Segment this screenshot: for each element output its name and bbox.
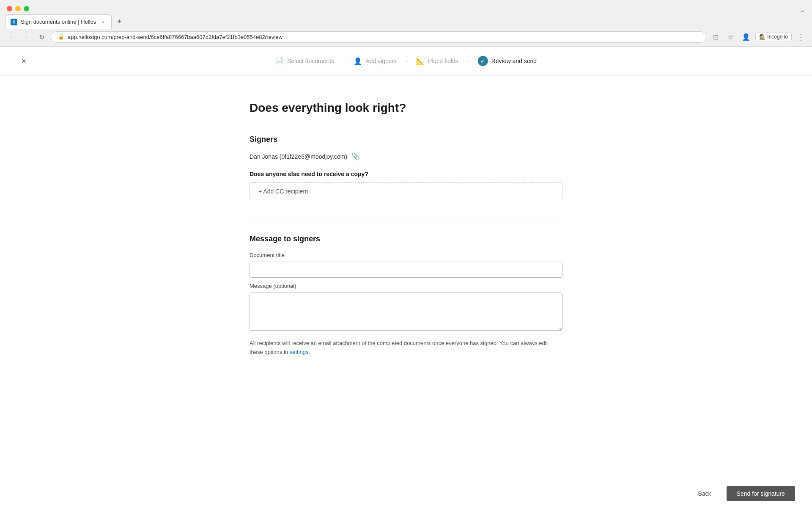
browser-chrome: ⌄ H Sign documents online | Hellos × + ‹… <box>0 0 812 47</box>
traffic-light-red[interactable] <box>7 6 12 11</box>
traffic-light-yellow[interactable] <box>15 6 21 11</box>
step-review-and-send-check-icon: ✓ <box>478 56 488 66</box>
message-section-title: Message to signers <box>250 235 562 243</box>
active-tab[interactable]: H Sign documents online | Hellos × <box>5 14 112 29</box>
expand-button[interactable]: ⌄ <box>800 6 805 14</box>
step-select-documents-label: Select documents <box>287 58 334 64</box>
step-select-documents-icon: 📄 <box>275 57 284 65</box>
browser-actions: ⊡ ☆ 👤 🕵 Incognito ⋮ <box>710 31 807 43</box>
step-place-fields-label: Place fields <box>428 58 458 64</box>
forward-nav-button[interactable]: › <box>20 31 32 43</box>
step-review-and-send-label: Review and send <box>491 58 537 64</box>
main-content: Does everything look right? Signers Dan … <box>233 76 579 428</box>
page-title: Does everything look right? <box>250 101 562 115</box>
step-place-fields-icon: 📐 <box>416 57 425 65</box>
signers-section-title: Signers <box>250 135 562 144</box>
profile-button[interactable]: 👤 <box>740 31 752 43</box>
info-text-2: . <box>309 349 310 355</box>
back-button[interactable]: Back <box>689 486 719 501</box>
document-title-label: Document title <box>250 252 562 258</box>
message-input[interactable] <box>250 293 562 331</box>
step-add-signers[interactable]: 👤 Add signers <box>348 54 402 69</box>
signer-name: Dan Jonas (0f1f22e5@moodjoy.com) <box>250 153 347 160</box>
send-for-signature-button[interactable]: Send for signature <box>727 486 795 501</box>
lock-icon: 🔒 <box>58 34 64 40</box>
arrow-3: → <box>465 58 471 64</box>
bookmark-button[interactable]: ☆ <box>725 31 737 43</box>
settings-link[interactable]: settings <box>290 349 309 355</box>
message-section: Message to signers Document title Messag… <box>250 235 562 357</box>
tab-bar: H Sign documents online | Hellos × + <box>0 14 812 29</box>
step-add-signers-icon: 👤 <box>354 57 362 65</box>
traffic-light-green[interactable] <box>24 6 29 11</box>
incognito-badge: 🕵 Incognito <box>755 33 792 41</box>
document-title-input[interactable] <box>250 262 562 278</box>
cast-button[interactable]: ⊡ <box>710 31 721 43</box>
incognito-icon: 🕵 <box>759 34 765 40</box>
tab-close-button[interactable]: × <box>99 19 106 25</box>
tab-favicon: H <box>11 19 17 25</box>
bottom-bar: Back Send for signature <box>0 479 812 508</box>
arrow-1: → <box>341 58 347 64</box>
step-add-signers-label: Add signers <box>365 58 397 64</box>
new-tab-button[interactable]: + <box>113 16 125 28</box>
step-review-and-send[interactable]: ✓ Review and send <box>473 52 542 69</box>
tab-title: Sign documents online | Hellos <box>21 19 96 25</box>
message-label: Message (optional) <box>250 283 562 289</box>
svg-text:H: H <box>12 20 15 25</box>
signer-row: Dan Jonas (0f1f22e5@moodjoy.com) 📎 <box>250 152 562 160</box>
back-nav-button[interactable]: ‹ <box>5 31 17 43</box>
url-text: app.hellosign.com/prep-and-send/6ce6ffa8… <box>68 34 699 40</box>
reload-button[interactable]: ↻ <box>36 31 47 43</box>
add-cc-recipient-button[interactable]: + Add CC recipient <box>250 182 562 200</box>
info-text: All recipients will receive an email att… <box>250 339 562 357</box>
app-container: × 📄 Select documents → 👤 Add signers → 📐… <box>0 47 812 508</box>
cc-add-text: + Add CC recipient <box>258 188 308 195</box>
step-place-fields[interactable]: 📐 Place fields <box>411 54 464 69</box>
nav-steps: 📄 Select documents → 👤 Add signers → 📐 P… <box>270 52 542 69</box>
section-divider <box>250 221 562 221</box>
traffic-lights: ⌄ <box>0 0 812 14</box>
app-nav: × 📄 Select documents → 👤 Add signers → 📐… <box>0 47 812 76</box>
step-select-documents[interactable]: 📄 Select documents <box>270 54 339 69</box>
browser-menu-button[interactable]: ⋮ <box>795 32 807 42</box>
incognito-label: Incognito <box>767 34 788 40</box>
address-bar[interactable]: 🔒 app.hellosign.com/prep-and-send/6ce6ff… <box>51 31 706 43</box>
attachment-icon: 📎 <box>351 152 360 160</box>
close-button[interactable]: × <box>17 54 30 68</box>
signers-section: Signers Dan Jonas (0f1f22e5@moodjoy.com)… <box>250 135 562 200</box>
address-bar-row: ‹ › ↻ 🔒 app.hellosign.com/prep-and-send/… <box>0 29 812 46</box>
arrow-2: → <box>403 58 409 64</box>
cc-question: Does anyone else need to receive a copy? <box>250 171 562 177</box>
